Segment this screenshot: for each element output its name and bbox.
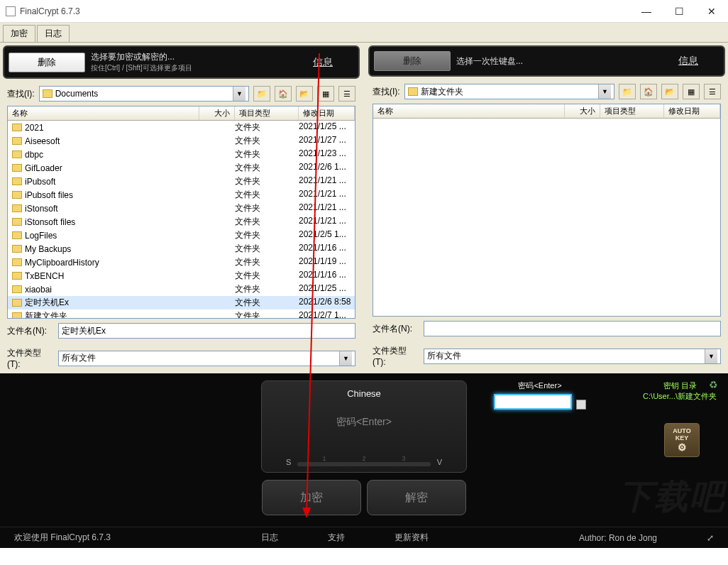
maximize-button[interactable]: ☐ xyxy=(663,0,695,23)
folder-icon xyxy=(43,89,53,98)
mini-password-input[interactable] xyxy=(494,394,572,410)
col-size[interactable]: 大小 xyxy=(199,106,235,120)
new-folder-button[interactable]: 📂 xyxy=(296,86,313,102)
view-list-button[interactable]: ☰ xyxy=(704,84,721,99)
chevron-down-icon[interactable]: ▼ xyxy=(598,84,611,99)
right-filelist-header: 名称 大小 项目类型 修改日期 xyxy=(373,104,720,119)
folder-icon xyxy=(12,231,22,239)
new-folder-button[interactable]: 📂 xyxy=(661,84,678,99)
right-filename-label: 文件名(N): xyxy=(373,323,418,335)
col-size[interactable]: 大小 xyxy=(565,104,600,118)
folder-icon xyxy=(12,191,22,199)
left-heading: 选择要加密或解密的... xyxy=(91,51,286,63)
left-lookin-label: 查找(I): xyxy=(7,88,35,100)
status-log-link[interactable]: 日志 xyxy=(261,532,278,544)
col-type[interactable]: 项目类型 xyxy=(235,106,299,120)
right-info-link[interactable]: 信息 xyxy=(657,55,719,67)
view-icons-button[interactable]: ▦ xyxy=(683,84,700,99)
right-lookin-value: 新建文件夹 xyxy=(421,86,463,98)
chevron-down-icon[interactable]: ▼ xyxy=(705,349,717,363)
left-filelist: 名称 大小 项目类型 修改日期 2021文件夹2021/1/25 ...Aise… xyxy=(7,106,355,319)
strength-slider[interactable] xyxy=(297,462,431,466)
slider-ticks: 123 xyxy=(304,455,424,462)
file-row[interactable]: iPubsoft files文件夹2021/1/21 ... xyxy=(8,188,355,202)
right-lookin-combo[interactable]: 新建文件夹 ▼ xyxy=(404,84,614,99)
left-filetype-label: 文件类型(T): xyxy=(7,347,53,369)
decrypt-button[interactable]: 解密 xyxy=(367,480,466,515)
right-filelist-body[interactable] xyxy=(373,119,720,316)
password-box: Chinese 密码<Enter> 123 xyxy=(261,380,467,473)
left-lookin-combo[interactable]: Documents ▼ xyxy=(39,86,249,102)
file-row[interactable]: My Backups文件夹2021/1/16 ... xyxy=(8,242,355,256)
right-lookin-label: 查找(I): xyxy=(373,86,400,98)
key-directory-label: 密钥 目录 xyxy=(643,380,717,391)
folder-icon xyxy=(12,245,22,253)
file-row[interactable]: GifLoader文件夹2021/2/6 1... xyxy=(8,161,355,175)
up-folder-button[interactable]: 📁 xyxy=(619,84,636,99)
left-filelist-body[interactable]: 2021文件夹2021/1/25 ...Aiseesoft文件夹2021/1/2… xyxy=(8,121,355,318)
close-button[interactable]: ✕ xyxy=(695,0,728,23)
folder-icon xyxy=(408,87,418,96)
right-delete-button[interactable]: 删除 xyxy=(374,51,451,71)
status-update-link[interactable]: 更新资料 xyxy=(395,532,429,544)
right-filelist: 名称 大小 项目类型 修改日期 xyxy=(373,104,721,317)
welcome-text: 欢迎使用 FinalCrypt 6.7.3 xyxy=(14,532,111,544)
file-row[interactable]: TxBENCH文件夹2021/1/16 ... xyxy=(8,269,355,282)
file-row[interactable]: iStonsoft files文件夹2021/1/21 ... xyxy=(8,215,355,229)
language-label: Chinese xyxy=(269,388,459,399)
left-filename-label: 文件名(N): xyxy=(7,325,53,337)
right-filename-input[interactable] xyxy=(424,321,721,336)
key-directory: ♻ 密钥 目录 C:\User...\新建文件夹 xyxy=(643,380,717,402)
file-row[interactable]: dbpc文件夹2021/1/23 ... xyxy=(8,148,355,161)
expand-icon[interactable]: ⤢ xyxy=(707,533,714,543)
bottom-panel: Chinese 密码<Enter> 123 加密 解密 密码<Enter> ♻ … xyxy=(0,373,728,548)
view-icons-button[interactable]: ▦ xyxy=(317,86,334,102)
file-row[interactable]: 2021文件夹2021/1/25 ... xyxy=(8,121,355,134)
show-password-checkbox[interactable] xyxy=(576,400,586,410)
mini-password: 密码<Enter> xyxy=(494,380,586,410)
tab-encrypt[interactable]: 加密 xyxy=(3,25,35,42)
left-info-link[interactable]: 信息 xyxy=(292,56,354,69)
col-name[interactable]: 名称 xyxy=(373,104,565,118)
password-hint[interactable]: 密码<Enter> xyxy=(269,416,459,429)
right-heading: 选择一次性键盘... xyxy=(456,55,651,67)
col-name[interactable]: 名称 xyxy=(8,106,199,120)
app-icon xyxy=(6,6,16,16)
up-folder-button[interactable]: 📁 xyxy=(253,86,270,102)
view-list-button[interactable]: ☰ xyxy=(338,86,355,102)
col-date[interactable]: 修改日期 xyxy=(299,106,355,120)
left-delete-button[interactable]: 删除 xyxy=(9,53,85,72)
folder-icon xyxy=(12,137,22,145)
status-support-link[interactable]: 支持 xyxy=(328,532,345,544)
minimize-button[interactable]: — xyxy=(630,0,663,23)
watermark: 下载吧 xyxy=(619,474,725,520)
folder-icon xyxy=(12,218,22,226)
col-date[interactable]: 修改日期 xyxy=(664,104,720,118)
file-row[interactable]: Aiseesoft文件夹2021/1/27 ... xyxy=(8,134,355,148)
right-filetype-select[interactable]: 所有文件 ▼ xyxy=(424,349,721,364)
encrypt-button[interactable]: 加密 xyxy=(262,480,361,515)
col-type[interactable]: 项目类型 xyxy=(600,104,664,118)
file-row[interactable]: 定时关机Ex文件夹2021/2/6 8:58 xyxy=(8,296,355,309)
folder-icon xyxy=(12,124,22,131)
left-filetype-select[interactable]: 所有文件 ▼ xyxy=(58,351,355,366)
file-row[interactable]: iStonsoft文件夹2021/1/21 ... xyxy=(8,202,355,215)
file-row[interactable]: 新建文件夹文件夹2021/2/7 1... xyxy=(8,309,355,318)
file-row[interactable]: xiaobai文件夹2021/1/25 ... xyxy=(8,282,355,296)
autokey-button[interactable]: AUTO KEY ⚙ xyxy=(664,423,700,457)
left-filelist-header: 名称 大小 项目类型 修改日期 xyxy=(8,106,355,121)
key-directory-path[interactable]: C:\User...\新建文件夹 xyxy=(643,391,717,402)
titlebar: FinalCrypt 6.7.3 — ☐ ✕ xyxy=(0,0,728,23)
mini-password-label: 密码<Enter> xyxy=(494,380,586,391)
file-row[interactable]: MyClipboardHistory文件夹2021/1/19 ... xyxy=(8,256,355,269)
file-row[interactable]: iPubsoft文件夹2021/1/21 ... xyxy=(8,175,355,188)
file-row[interactable]: LogFiles文件夹2021/2/5 1... xyxy=(8,229,355,242)
chevron-down-icon[interactable]: ▼ xyxy=(233,87,246,101)
home-button[interactable]: 🏠 xyxy=(640,84,657,99)
chevron-down-icon[interactable]: ▼ xyxy=(339,351,352,366)
left-filename-input[interactable] xyxy=(58,323,355,339)
recycle-icon[interactable]: ♻ xyxy=(709,379,718,390)
tab-log[interactable]: 日志 xyxy=(37,25,70,42)
home-button[interactable]: 🏠 xyxy=(275,86,292,102)
folder-icon xyxy=(12,299,22,307)
